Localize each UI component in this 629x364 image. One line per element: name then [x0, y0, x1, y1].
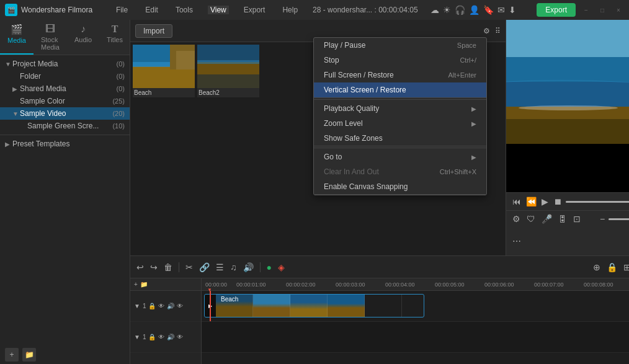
prev-frame-button[interactable]: ⏮	[511, 195, 522, 208]
list-item[interactable]: Beach	[133, 45, 195, 253]
tree-count: (0)	[117, 85, 125, 92]
track-mute-icon[interactable]: 👁	[177, 334, 183, 340]
folder-icon-button[interactable]: 📁	[22, 348, 36, 362]
track-expand-icon[interactable]: ▼	[134, 303, 140, 309]
more-button[interactable]: ⋯	[511, 235, 522, 247]
tab-audio[interactable]: ♪ Audio	[67, 20, 99, 55]
sun-icon[interactable]: ☀	[443, 5, 451, 15]
menu-item-label: Show Safe Zones	[324, 134, 476, 143]
mail-icon[interactable]: ✉	[497, 5, 505, 15]
menu-play-pause[interactable]: Play / Pause Space	[314, 38, 486, 53]
export-button[interactable]: Export	[537, 3, 576, 17]
zoom-slider[interactable]	[609, 218, 629, 220]
menu-edit[interactable]: Edit	[143, 6, 161, 14]
fit-button[interactable]: ⊡	[572, 213, 582, 225]
tree-count: (0)	[117, 60, 125, 68]
cut-button[interactable]: ✂	[184, 261, 194, 273]
menu-help[interactable]: Help	[280, 6, 300, 14]
clip-speed-button[interactable]: ☰	[215, 261, 225, 273]
headphone-icon[interactable]: 🎧	[455, 5, 465, 15]
tab-media[interactable]: 🎬 Media	[0, 20, 33, 55]
track-volume-icon[interactable]: 🔊	[167, 334, 174, 340]
maximize-button[interactable]: □	[597, 4, 608, 16]
tree-sample-green-screen[interactable]: Sample Green Scre... (10)	[0, 120, 130, 132]
main-layout: 🎬 Media 🎞 Stock Media ♪ Audio T Titles ▼…	[0, 20, 629, 364]
track-options-button[interactable]: 📁	[140, 281, 148, 288]
progress-slider[interactable]	[566, 201, 629, 203]
tree-label: Folder	[20, 72, 117, 81]
timeline-tracks: 00:00:00 00:00:01:00 00:00:02:00 00:00:0…	[202, 278, 629, 364]
tree-sample-video[interactable]: ▼ Sample Video (20)	[0, 107, 130, 120]
menu-file[interactable]: File	[114, 6, 130, 14]
menu-vertical-screen[interactable]: Vertical Screen / Restore	[314, 82, 486, 97]
bookmark-icon[interactable]: 🔖	[483, 5, 494, 15]
import-button[interactable]: Import	[135, 24, 172, 38]
menu-stop[interactable]: Stop Ctrl+/	[314, 53, 486, 68]
shield-button[interactable]: 🛡	[525, 213, 537, 225]
beach-clip[interactable]: ▶ Beach	[204, 294, 424, 317]
magnet-button[interactable]: 🔗	[198, 261, 211, 273]
settings-button[interactable]: ⚙	[511, 213, 522, 225]
audio-detach-button[interactable]: ♫	[229, 261, 238, 273]
tree-shared-media[interactable]: ▶ Shared Media (0)	[0, 82, 130, 95]
ripple-button[interactable]: ⊕	[592, 261, 602, 273]
tree-label: Preset Templates	[12, 140, 125, 148]
zoom-out-button[interactable]: −	[599, 213, 606, 225]
audio-mix-button[interactable]: 🎛	[557, 213, 568, 225]
progress-fill	[566, 201, 629, 203]
track-volume-icon[interactable]: 🔊	[167, 303, 174, 309]
redo-button[interactable]: ↪	[149, 261, 159, 273]
add-folder-button[interactable]: +	[5, 348, 19, 362]
lock-button[interactable]: 🔒	[605, 261, 618, 273]
menu-fullscreen[interactable]: Full Screen / Restore Alt+Enter	[314, 68, 486, 82]
track-eye-icon[interactable]: 👁	[158, 334, 164, 340]
add-track-button[interactable]: +	[134, 281, 138, 288]
play-button[interactable]: ▶	[540, 195, 550, 208]
media-tab-icon: 🎬	[11, 24, 23, 35]
rewind-button[interactable]: ⏪	[525, 195, 538, 208]
menu-tools[interactable]: Tools	[173, 6, 195, 14]
group-button[interactable]: ⊞	[622, 261, 629, 273]
menu-view[interactable]: View	[208, 6, 229, 14]
undo-button[interactable]: ↩	[135, 261, 145, 273]
track-mute-icon[interactable]: 👁	[177, 303, 183, 309]
tree-folder[interactable]: Folder (0)	[0, 70, 130, 82]
tree-preset-templates[interactable]: ▶ Preset Templates	[0, 138, 130, 150]
track-lock-icon[interactable]: 🔒	[148, 303, 156, 309]
mic-button[interactable]: 🎤	[540, 213, 553, 225]
tab-stock-media[interactable]: 🎞 Stock Media	[33, 20, 67, 55]
grid-icon[interactable]: ⠿	[495, 27, 501, 35]
track-lock-icon[interactable]: 🔒	[148, 334, 156, 340]
menu-item-label: Playback Quality	[324, 104, 466, 113]
minimize-button[interactable]: −	[581, 4, 592, 16]
menu-show-safe-zones[interactable]: Show Safe Zones	[314, 131, 486, 146]
ruler-mark: 00:00:04:00	[381, 282, 431, 288]
stop-button[interactable]: ⏹	[552, 195, 563, 208]
window-info: 28 - wondershar... : 00:00:04:05	[313, 6, 417, 14]
menu-goto[interactable]: Go to ▶	[314, 149, 486, 164]
filter-icon[interactable]: ⚙	[483, 27, 490, 35]
menu-export[interactable]: Export	[241, 6, 268, 14]
track-expand-icon[interactable]: ▼	[134, 334, 140, 340]
split-button[interactable]: ◈	[277, 261, 286, 273]
menu-playback-quality[interactable]: Playback Quality ▶	[314, 101, 486, 116]
marker-button[interactable]: ●	[265, 261, 273, 273]
audio-button[interactable]: 🔊	[242, 261, 255, 273]
expand-icon: ▼	[12, 110, 20, 117]
download-icon[interactable]: ⬇	[509, 5, 516, 15]
submenu-arrow: ▶	[471, 120, 476, 127]
tree-sample-color[interactable]: Sample Color (25)	[0, 95, 130, 107]
tab-titles[interactable]: T Titles	[99, 20, 130, 55]
svg-rect-12	[506, 82, 629, 107]
list-item[interactable]: Beach2	[197, 45, 259, 253]
preview-toolbar: ⚙ 🛡 🎤 🎛 ⊡ − + Full 📷 🔊 ⛶	[506, 210, 629, 255]
menu-zoom-level[interactable]: Zoom Level ▶	[314, 116, 486, 131]
tree-project-media[interactable]: ▼ Project Media (0)	[0, 58, 130, 70]
delete-button[interactable]: 🗑	[163, 261, 174, 273]
track-eye-icon[interactable]: 👁	[158, 303, 164, 309]
menu-canvas-snapping[interactable]: Enable Canvas Snapping	[314, 179, 486, 194]
close-button[interactable]: ×	[613, 4, 624, 16]
avatar-icon[interactable]: 👤	[469, 5, 480, 15]
cloud-icon[interactable]: ☁	[430, 5, 439, 15]
content-area: Import ⚙ ⠿	[130, 20, 629, 364]
